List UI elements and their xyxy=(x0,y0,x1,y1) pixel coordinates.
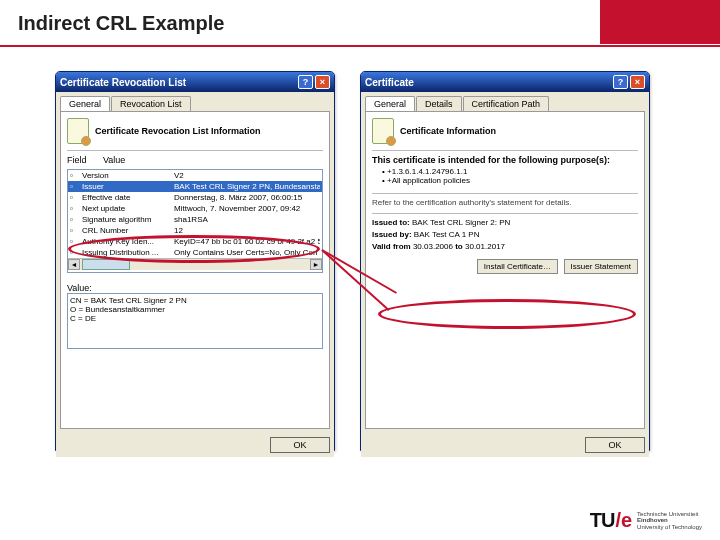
row-icon: ▫ xyxy=(70,204,82,213)
list-row: ▫VersionV2 xyxy=(68,170,322,181)
help-icon[interactable]: ? xyxy=(298,75,313,89)
cert-tabs: General Details Certification Path xyxy=(361,92,649,111)
list-row: ▫Issuing Distribution ...Only Contains U… xyxy=(68,247,322,258)
row-icon: ▫ xyxy=(70,171,82,180)
value-header: Value xyxy=(103,155,139,165)
crl-info-title: Certificate Revocation List Information xyxy=(95,126,261,136)
crl-title-text: Certificate Revocation List xyxy=(60,77,296,88)
crl-field-list[interactable]: ▫VersionV2 ▫IssuerBAK Test CRL Signer 2 … xyxy=(67,169,323,273)
purpose-item: +1.3.6.1.4.1.24796.1.1 xyxy=(382,167,638,176)
row-icon: ▫ xyxy=(70,215,82,224)
scroll-right-icon[interactable]: ► xyxy=(310,259,322,270)
crl-titlebar[interactable]: Certificate Revocation List ? × xyxy=(56,72,334,92)
footer-logo: TU/e Technische Universiteit Eindhoven U… xyxy=(590,509,702,532)
cert-inner-buttons: Install Certificate… Issuer Statement xyxy=(372,259,638,274)
row-icon: ▫ xyxy=(70,248,82,257)
row-icon: ▫ xyxy=(70,226,82,235)
purpose-item: +All application policies xyxy=(382,176,638,185)
cert-title-text: Certificate xyxy=(365,77,611,88)
tab-general[interactable]: General xyxy=(60,96,110,111)
cert-info-head: Certificate Information xyxy=(372,118,638,144)
tab-general[interactable]: General xyxy=(365,96,415,111)
value-label: Value: xyxy=(67,283,323,293)
cert-button-row: OK xyxy=(361,433,649,457)
valid-to-value: 30.01.2017 xyxy=(465,242,505,251)
list-row: ▫Effective dateDonnerstag, 8. März 2007,… xyxy=(68,192,322,203)
divider xyxy=(372,213,638,214)
issued-to-row: Issued to: BAK Test CRL Signer 2: PN xyxy=(372,218,638,227)
crl-window: Certificate Revocation List ? × General … xyxy=(55,71,335,451)
valid-row: Valid from 30.03.2006 to 30.01.2017 xyxy=(372,242,638,251)
scroll-track[interactable] xyxy=(130,259,310,270)
university-name: Technische Universiteit Eindhoven Univer… xyxy=(637,511,702,531)
cert-window: Certificate ? × General Details Certific… xyxy=(360,71,650,451)
divider xyxy=(67,150,323,151)
cert-panel: Certificate Information This certificate… xyxy=(365,111,645,429)
divider xyxy=(372,150,638,151)
purpose-list: +1.3.6.1.4.1.24796.1.1 +All application … xyxy=(372,167,638,185)
valid-from-label: Valid from xyxy=(372,242,411,251)
column-headers: Field Value xyxy=(67,155,323,165)
crl-button-row: OK xyxy=(56,433,334,457)
issuer-statement-button[interactable]: Issuer Statement xyxy=(564,259,638,274)
list-row: ▫CRL Number12 xyxy=(68,225,322,236)
value-box: Value: CN = BAK Test CRL Signer 2 PN O =… xyxy=(67,283,323,349)
close-icon[interactable]: × xyxy=(315,75,330,89)
tue-logo: TU/e xyxy=(590,509,631,532)
install-certificate-button[interactable]: Install Certificate… xyxy=(477,259,558,274)
divider xyxy=(372,193,638,194)
issued-by-label: Issued by: xyxy=(372,230,412,239)
value-textarea[interactable]: CN = BAK Test CRL Signer 2 PN O = Bundes… xyxy=(67,293,323,349)
red-accent-bar xyxy=(600,0,720,44)
certificate-icon xyxy=(372,118,394,144)
row-icon: ▫ xyxy=(70,182,82,191)
crl-info-head: Certificate Revocation List Information xyxy=(67,118,323,144)
issued-by-value: BAK Test CA 1 PN xyxy=(414,230,480,239)
help-icon[interactable]: ? xyxy=(613,75,628,89)
field-header: Field xyxy=(67,155,103,165)
tab-certification-path[interactable]: Certification Path xyxy=(463,96,550,111)
list-row: ▫Signature algorithmsha1RSA xyxy=(68,214,322,225)
scroll-left-icon[interactable]: ◄ xyxy=(68,259,80,270)
valid-to-label: to xyxy=(455,242,463,251)
crl-list-icon xyxy=(67,118,89,144)
cert-info-title: Certificate Information xyxy=(400,126,496,136)
list-row: ▫Authority Key Iden...KeyID=47 bb bc 01 … xyxy=(68,236,322,247)
tab-details[interactable]: Details xyxy=(416,96,462,111)
list-row: ▫Next updateMittwoch, 7. November 2007, … xyxy=(68,203,322,214)
issued-to-value: BAK Test CRL Signer 2: PN xyxy=(412,218,510,227)
content-area: Certificate Revocation List ? × General … xyxy=(0,47,720,477)
close-icon[interactable]: × xyxy=(630,75,645,89)
tab-revocation-list[interactable]: Revocation List xyxy=(111,96,191,111)
ca-note: Refer to the certification authority's s… xyxy=(372,198,638,207)
scroll-thumb[interactable] xyxy=(82,259,130,270)
ok-button[interactable]: OK xyxy=(270,437,330,453)
row-icon: ▫ xyxy=(70,193,82,202)
crl-panel: Certificate Revocation List Information … xyxy=(60,111,330,429)
crl-tabs: General Revocation List xyxy=(56,92,334,111)
list-row-selected[interactable]: ▫IssuerBAK Test CRL Signer 2 PN, Bundesa… xyxy=(68,181,322,192)
issued-to-label: Issued to: xyxy=(372,218,410,227)
issued-by-row: Issued by: BAK Test CA 1 PN xyxy=(372,230,638,239)
valid-from-value: 30.03.2006 xyxy=(413,242,453,251)
slide-header: Indirect CRL Example xyxy=(0,0,720,45)
scrollbar-horizontal[interactable]: ◄ ► xyxy=(68,258,322,270)
row-icon: ▫ xyxy=(70,237,82,246)
purpose-head: This certificate is intended for the fol… xyxy=(372,155,638,165)
cert-titlebar[interactable]: Certificate ? × xyxy=(361,72,649,92)
ok-button[interactable]: OK xyxy=(585,437,645,453)
